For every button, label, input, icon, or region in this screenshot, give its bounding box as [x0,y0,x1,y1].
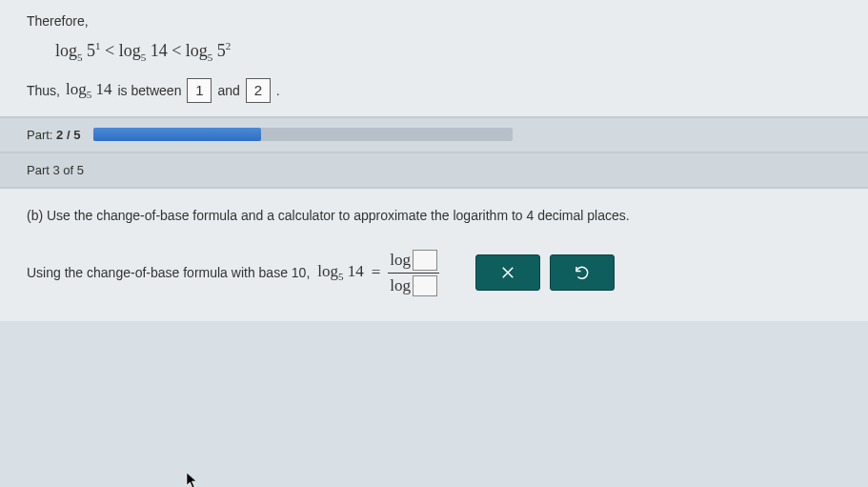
formula-row: Using the change-of-base formula with ba… [27,248,841,298]
progress-bar-fill [93,128,261,141]
fraction-denominator: log [388,274,439,298]
log-lhs: log5 14 [317,262,363,282]
and-label: and [217,83,239,98]
question-section: (b) Use the change-of-base formula and a… [0,189,868,321]
thus-prefix: Thus, [27,83,60,98]
progress-label: Part: 2 / 5 [27,128,80,142]
question-prompt: (b) Use the change-of-base formula and a… [27,208,841,223]
denominator-input[interactable] [413,275,437,296]
fraction-numerator: log [388,248,439,273]
period: . [276,83,280,98]
inequality-expression: log5 51 < log5 14 < log5 52 [55,40,841,63]
thus-middle: is between [118,83,182,98]
progress-value: 2 / 5 [56,128,80,142]
answer-box-2: 2 [246,78,271,103]
mouse-cursor-icon [186,472,199,487]
clear-button[interactable] [475,254,540,291]
reset-button[interactable] [550,254,615,291]
close-icon [499,264,516,281]
answer-box-1: 1 [187,78,212,103]
den-log-label: log [390,276,411,295]
lead-text: Using the change-of-base formula with ba… [27,265,310,280]
numerator-input[interactable] [413,250,437,271]
progress-bar-track [93,128,513,141]
num-log-label: log [390,251,411,270]
action-buttons [475,254,615,291]
thus-statement: Thus, log5 14 is between 1 and 2 . [27,78,841,103]
progress-section: Part: 2 / 5 [0,118,868,153]
progress-prefix: Part: [27,128,52,142]
fraction: log log [388,248,439,298]
formula-lead: Using the change-of-base formula with ba… [27,248,439,298]
therefore-label: Therefore, [27,13,841,29]
part-header: Part 3 of 5 [0,153,868,189]
solution-section: Therefore, log5 51 < log5 14 < log5 52 T… [0,0,868,118]
thus-log-expr: log5 14 [66,80,111,100]
equals-sign: = [372,263,381,282]
undo-icon [574,264,591,281]
